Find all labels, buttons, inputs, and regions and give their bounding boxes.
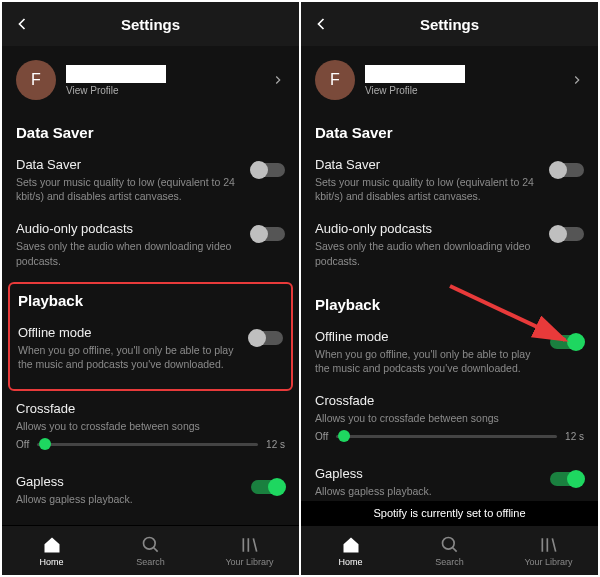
- bottom-nav: Home Search Your Library: [2, 525, 299, 575]
- chevron-right-icon: [570, 73, 584, 87]
- setting-data-saver: Data Saver Sets your music quality to lo…: [16, 147, 285, 211]
- crossfade-title: Crossfade: [16, 401, 285, 416]
- audio-only-desc: Saves only the audio when downloading vi…: [16, 239, 241, 267]
- avatar: F: [315, 60, 355, 100]
- section-playback: Playback: [18, 292, 283, 309]
- nav-home[interactable]: Home: [2, 526, 101, 575]
- screen-right: Settings F View Profile Data Saver Data …: [301, 2, 598, 575]
- library-icon: [539, 535, 559, 555]
- setting-offline-mode: Offline mode When you go offline, you'll…: [315, 319, 584, 383]
- crossfade-desc: Allows you to crossfade between songs: [16, 419, 285, 433]
- crossfade-title: Crossfade: [315, 393, 584, 408]
- data-saver-toggle[interactable]: [251, 163, 285, 177]
- nav-library[interactable]: Your Library: [200, 526, 299, 575]
- setting-crossfade: Crossfade Allows you to crossfade betwee…: [16, 391, 285, 435]
- audio-only-toggle[interactable]: [251, 227, 285, 241]
- crossfade-slider[interactable]: [37, 443, 258, 446]
- highlight-offline-mode: Playback Offline mode When you go offlin…: [8, 282, 293, 391]
- setting-crossfade: Crossfade Allows you to crossfade betwee…: [315, 383, 584, 427]
- offline-title: Offline mode: [315, 329, 540, 344]
- offline-toggle[interactable]: [550, 335, 584, 349]
- profile-info: View Profile: [365, 65, 560, 96]
- offline-title: Offline mode: [18, 325, 239, 340]
- offline-desc: When you go offline, you'll only be able…: [315, 347, 540, 375]
- crossfade-slider[interactable]: [336, 435, 557, 438]
- audio-only-title: Audio-only podcasts: [16, 221, 241, 236]
- home-icon: [341, 535, 361, 555]
- avatar: F: [16, 60, 56, 100]
- offline-desc: When you go offline, you'll only be able…: [18, 343, 239, 371]
- gapless-toggle[interactable]: [251, 480, 285, 494]
- gapless-title: Gapless: [315, 466, 540, 481]
- nav-library[interactable]: Your Library: [499, 526, 598, 575]
- nav-search[interactable]: Search: [101, 526, 200, 575]
- data-saver-toggle[interactable]: [550, 163, 584, 177]
- profile-row[interactable]: F View Profile: [16, 46, 285, 104]
- slider-thumb: [39, 438, 51, 450]
- header: Settings: [2, 2, 299, 46]
- data-saver-desc: Sets your music quality to low (equivale…: [16, 175, 241, 203]
- page-title: Settings: [121, 16, 180, 33]
- setting-audio-only: Audio-only podcasts Saves only the audio…: [315, 211, 584, 275]
- setting-data-saver: Data Saver Sets your music quality to lo…: [315, 147, 584, 211]
- nav-home-label: Home: [338, 557, 362, 567]
- back-icon[interactable]: [311, 14, 331, 34]
- back-icon[interactable]: [12, 14, 32, 34]
- crossfade-min: Off: [16, 439, 29, 450]
- setting-offline-mode: Offline mode When you go offline, you'll…: [18, 315, 283, 379]
- offline-toast: Spotify is currently set to offline: [301, 501, 598, 525]
- view-profile-label: View Profile: [365, 85, 560, 96]
- bottom-nav: Home Search Your Library: [301, 525, 598, 575]
- gapless-desc: Allows gapless playback.: [315, 484, 540, 498]
- data-saver-desc: Sets your music quality to low (equivale…: [315, 175, 540, 203]
- chevron-right-icon: [271, 73, 285, 87]
- search-icon: [141, 535, 161, 555]
- crossfade-max: 12 s: [266, 439, 285, 450]
- section-playback: Playback: [315, 296, 584, 313]
- setting-gapless: Gapless Allows gapless playback.: [315, 456, 584, 506]
- gapless-title: Gapless: [16, 474, 241, 489]
- home-icon: [42, 535, 62, 555]
- crossfade-desc: Allows you to crossfade between songs: [315, 411, 584, 425]
- nav-library-label: Your Library: [225, 557, 273, 567]
- setting-gapless: Gapless Allows gapless playback.: [16, 464, 285, 514]
- nav-home-label: Home: [39, 557, 63, 567]
- crossfade-slider-row: Off 12 s: [315, 427, 584, 456]
- nav-library-label: Your Library: [524, 557, 572, 567]
- gapless-desc: Allows gapless playback.: [16, 492, 241, 506]
- crossfade-min: Off: [315, 431, 328, 442]
- header: Settings: [301, 2, 598, 46]
- slider-thumb: [338, 430, 350, 442]
- page-title: Settings: [420, 16, 479, 33]
- section-data-saver: Data Saver: [16, 124, 285, 141]
- svg-point-0: [143, 537, 155, 549]
- audio-only-toggle[interactable]: [550, 227, 584, 241]
- nav-home[interactable]: Home: [301, 526, 400, 575]
- view-profile-label: View Profile: [66, 85, 261, 96]
- content: F View Profile Data Saver Data Saver Set…: [2, 46, 299, 525]
- offline-toggle[interactable]: [249, 331, 283, 345]
- search-icon: [440, 535, 460, 555]
- data-saver-title: Data Saver: [16, 157, 241, 172]
- profile-name-redacted: [365, 65, 465, 83]
- profile-info: View Profile: [66, 65, 261, 96]
- content: F View Profile Data Saver Data Saver Set…: [301, 46, 598, 525]
- data-saver-title: Data Saver: [315, 157, 540, 172]
- svg-point-1: [442, 537, 454, 549]
- section-data-saver: Data Saver: [315, 124, 584, 141]
- nav-search[interactable]: Search: [400, 526, 499, 575]
- library-icon: [240, 535, 260, 555]
- audio-only-title: Audio-only podcasts: [315, 221, 540, 236]
- crossfade-slider-row: Off 12 s: [16, 435, 285, 464]
- audio-only-desc: Saves only the audio when downloading vi…: [315, 239, 540, 267]
- profile-name-redacted: [66, 65, 166, 83]
- gapless-toggle[interactable]: [550, 472, 584, 486]
- nav-search-label: Search: [136, 557, 165, 567]
- nav-search-label: Search: [435, 557, 464, 567]
- crossfade-max: 12 s: [565, 431, 584, 442]
- setting-audio-only: Audio-only podcasts Saves only the audio…: [16, 211, 285, 275]
- profile-row[interactable]: F View Profile: [315, 46, 584, 104]
- screen-left: Settings F View Profile Data Saver Data …: [2, 2, 299, 575]
